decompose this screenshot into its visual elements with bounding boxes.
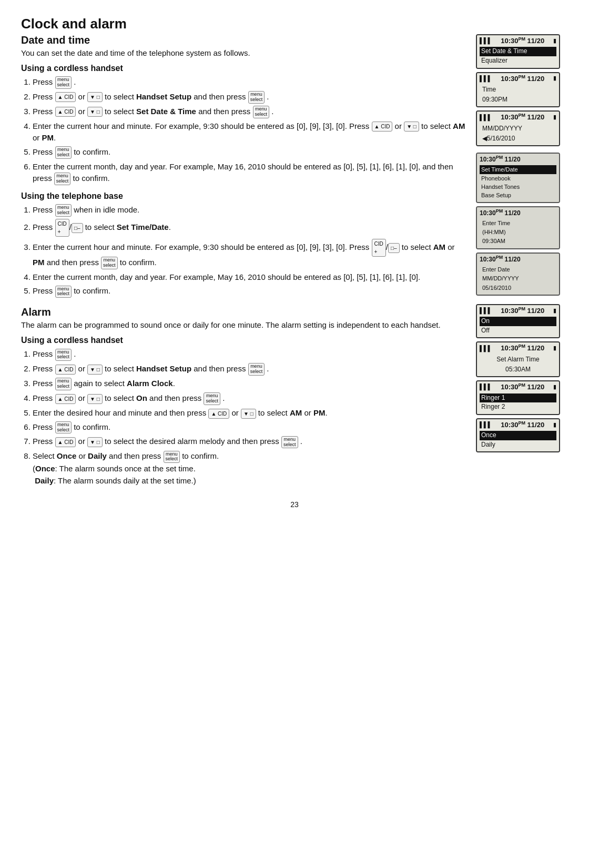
signal-icon-1: ▌▌▌	[480, 37, 492, 44]
screen-time-4: 10:30PM 11/20	[480, 155, 521, 163]
cid-up-btn-2: ▲ CID	[55, 107, 76, 117]
screen-time-5: 10:30PM 11/20	[480, 208, 521, 217]
menu-item-handset-tones: Handset Tones	[480, 183, 556, 191]
step-5: Press menuselect to confirm.	[33, 146, 465, 159]
screen-status-1: ▌▌▌ 10:30PM 11/20 ▮	[477, 35, 559, 46]
alarm-cid-btn-1: ▲ CID	[55, 365, 76, 375]
menu-select-btn-4: menuselect	[55, 146, 72, 159]
screen-date-display: MM/DD/YYYY ◀5/16/2010	[477, 123, 559, 146]
alarm-step-7: Press ▲ CID or ▼ □ to select the desired…	[33, 436, 465, 448]
menu-item-phonebook: Phonebook	[480, 174, 556, 183]
telephone-base-title: Using the telephone base	[21, 191, 465, 201]
battery-icon-8: ▮	[553, 345, 556, 351]
screen-enter-date: 10:30PM 11/20 Enter Date MM/DD/YYYY 05/1…	[476, 253, 560, 296]
alarm-intro: The alarm can be programmed to sound onc…	[21, 320, 465, 329]
base-step-3: Enter the current hour and minute. For e…	[33, 239, 465, 269]
alarm-menu-btn-5: menuselect	[55, 421, 72, 434]
screen-enter-time-value: 09:30AM	[480, 237, 556, 246]
screen-status-10: ▌▌▌ 10:30PM 11/20 ▮	[477, 419, 559, 430]
alarm-menu-btn-4: menuselect	[204, 392, 220, 405]
battery-icon-2: ▮	[553, 75, 556, 82]
screen-date-format: MM/DD/YYYY	[480, 124, 556, 134]
step-2: Press ▲ CID or ▼ □ to select Handset Set…	[33, 91, 465, 104]
screen-menu-1: Set Date & Time Equalizer	[477, 46, 559, 67]
date-time-intro: You can set the date and time of the tel…	[21, 48, 465, 57]
alarm-title: Alarm	[21, 306, 465, 318]
alarm-step-1: Press menuselect .	[33, 348, 465, 361]
menu-select-btn-3: menuselect	[253, 106, 270, 118]
base-step-2: Press CID+/□– to select Set Time/Date.	[33, 219, 465, 237]
menu-item-daily: Daily	[480, 440, 556, 450]
screen-set-alarm-time: ▌▌▌ 10:30PM 11/20 ▮ Set Alarm Time 05:30…	[476, 341, 560, 377]
base-menu-btn-2: menuselect	[101, 257, 118, 269]
cid-plus-btn-2: CID+	[372, 239, 386, 257]
alarm-menu-btn-6: menuselect	[281, 436, 298, 449]
screen-time-10: 10:30PM 11/20	[501, 420, 544, 429]
page-title: Clock and alarm	[21, 16, 568, 32]
alarm-cid-btn-3: ▲ CID	[208, 409, 229, 419]
alarm-nav-btn-3: ▼ □	[241, 409, 256, 419]
step-4: Enter the current hour and minute. For e…	[33, 120, 465, 144]
battery-icon-7: ▮	[553, 307, 556, 314]
cid-up-btn-3: ▲ CID	[372, 122, 393, 132]
screen-time-3: 10:30PM 11/20	[501, 113, 544, 121]
signal-icon-7: ▌▌▌	[480, 307, 492, 314]
screen-base-menu-items: Set Time/Date Phonebook Handset Tones Ba…	[477, 164, 559, 201]
nav-down-btn-2: ▼ □	[87, 107, 103, 117]
screen-time-value: 09:30PM	[480, 95, 556, 105]
screen-base-menu: 10:30PM 11/20 Set Time/Date Phonebook Ha…	[476, 153, 560, 203]
menu-select-btn-5: menuselect	[54, 173, 71, 185]
screen-column: ▌▌▌ 10:30PM 11/20 ▮ Set Date & Time Equa…	[476, 34, 568, 492]
base-menu-btn-1: menuselect	[55, 204, 72, 217]
screen-enter-time-display: Enter Time (HH:MM) 09:30AM	[477, 218, 559, 248]
nav-down-btn-1: ▼ □	[87, 92, 103, 102]
alarm-menu-btn-7: menuselect	[164, 451, 180, 463]
screen-time-6: 10:30PM 11/20	[480, 255, 521, 263]
screen-alarm-time-label: Set Alarm Time	[480, 355, 556, 365]
alarm-nav-btn-1: ▼ □	[87, 365, 103, 375]
screen-enter-time: 10:30PM 11/20 Enter Time (HH:MM) 09:30AM	[476, 206, 560, 249]
alarm-step-6: Press menuselect to confirm.	[33, 421, 465, 434]
menu-item-set-time: Set Time/Date	[480, 165, 556, 174]
alarm-step-2: Press ▲ CID or ▼ □ to select Handset Set…	[33, 363, 465, 376]
screen-status-8: ▌▌▌ 10:30PM 11/20 ▮	[477, 342, 559, 353]
alarm-section: Alarm The alarm can be programmed to sou…	[21, 306, 465, 487]
screen-enter-date-display: Enter Date MM/DD/YYYY 05/16/2010	[477, 264, 559, 295]
screen-alarm-time-value: 05:30AM	[480, 365, 556, 375]
base-step-5: Press menuselect to confirm.	[33, 285, 465, 298]
menu-item-off: Off	[480, 326, 556, 336]
screen-enter-date-label: Enter Date	[480, 265, 556, 274]
step-3: Press ▲ CID or ▼ □ to select Set Date & …	[33, 106, 465, 118]
alarm-nav-btn-2: ▼ □	[87, 394, 103, 404]
screen-enter-date-format: MM/DD/YYYY	[480, 274, 556, 283]
battery-icon-10: ▮	[553, 421, 556, 428]
menu-item-ringer2: Ringer 2	[480, 402, 556, 412]
screen-time-1: 10:30PM 11/20	[501, 36, 544, 45]
screen-time-9: 10:30PM 11/20	[501, 382, 544, 391]
page-number: 23	[21, 500, 568, 509]
alarm-cid-btn-2: ▲ CID	[55, 394, 76, 404]
screen-status-3: ▌▌▌ 10:30PM 11/20 ▮	[477, 112, 559, 122]
screen-status-2: ▌▌▌ 10:30PM 11/20 ▮	[477, 73, 559, 84]
screen-enter-time-format: (HH:MM)	[480, 228, 556, 237]
battery-icon-1: ▮	[553, 37, 556, 44]
base-step-1: Press menuselect when in idle mode.	[33, 204, 465, 217]
nav-down-btn-3: ▼ □	[404, 122, 419, 132]
screen-status-6: 10:30PM 11/20	[477, 254, 559, 264]
alarm-menu-btn-1: menuselect	[55, 349, 72, 361]
step-1: Press menuselect .	[33, 76, 465, 89]
cid-up-btn-1: ▲ CID	[55, 92, 76, 102]
screen-alarm-on-off: ▌▌▌ 10:30PM 11/20 ▮ On Off	[476, 304, 560, 339]
signal-icon-10: ▌▌▌	[480, 421, 492, 428]
nav-minus-btn-2: □–	[388, 243, 400, 253]
alarm-cordless-title: Using a cordless handset	[21, 336, 465, 345]
screen-time-2: 10:30PM 11/20	[501, 74, 544, 83]
screen-date-entry: ▌▌▌ 10:30PM 11/20 ▮ MM/DD/YYYY ◀5/16/201…	[476, 110, 560, 146]
screen-ringer-menu: Ringer 1 Ringer 2	[477, 392, 559, 414]
screen-status-4: 10:30PM 11/20	[477, 154, 559, 164]
cordless-handset-title: Using a cordless handset	[21, 64, 465, 73]
menu-item-set-date: Set Date & Time	[480, 47, 556, 56]
screen-once-daily: ▌▌▌ 10:30PM 11/20 ▮ Once Daily	[476, 418, 560, 453]
base-step-4: Enter the current month, day and year. F…	[33, 271, 465, 284]
main-content: Date and time You can set the date and t…	[21, 34, 476, 492]
